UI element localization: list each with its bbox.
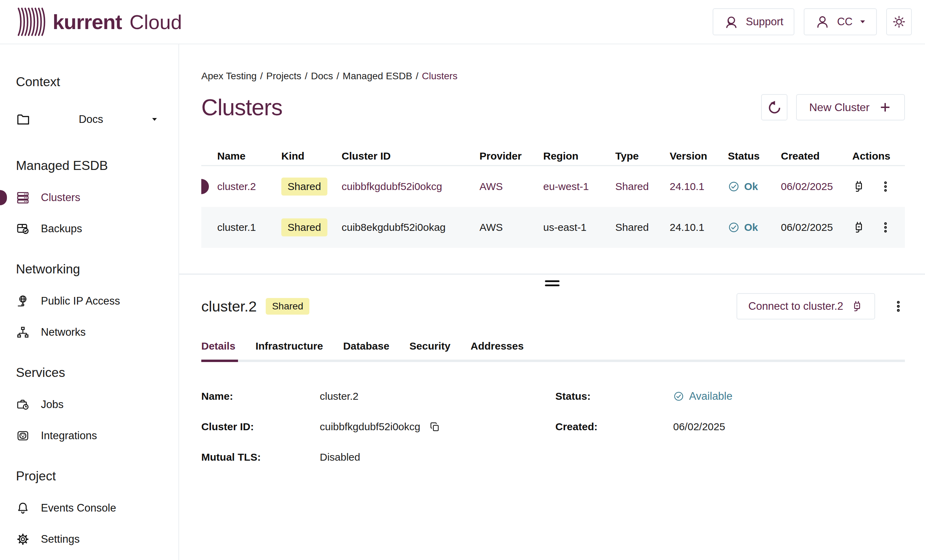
column-header: Provider [479,150,543,162]
breadcrumb-item[interactable]: Projects [267,71,301,81]
cell-name[interactable]: cluster.2 [217,181,256,192]
breadcrumb-separator: / [416,71,419,81]
status-label: Status: [555,390,673,402]
headset-icon [724,14,739,29]
sidebar-item-integrations[interactable]: Integrations [16,420,178,451]
connect-to-cluster-button[interactable]: Connect to cluster.2 [737,293,875,320]
connect-label: Connect to cluster.2 [748,300,843,312]
breadcrumb: Apex Testing/Projects/Docs/Managed ESDB/… [201,44,905,83]
sun-icon [892,15,906,29]
active-indicator [0,190,7,205]
tab-infrastructure[interactable]: Infrastructure [255,340,323,352]
briefcase-clock-icon [16,398,30,411]
tab-security[interactable]: Security [410,340,450,352]
table-row[interactable]: cluster.2 Shared cuibbfkgdubf52i0okcg AW… [201,166,905,207]
context-selector[interactable]: Docs [16,107,178,132]
main-content: Apex Testing/Projects/Docs/Managed ESDB/… [179,44,925,560]
connect-plug-icon[interactable] [852,180,865,193]
connect-plug-icon[interactable] [852,221,865,234]
clusters-table: Name Kind Cluster ID Provider Region Typ… [201,147,905,248]
refresh-icon [767,100,782,114]
sidebar-item-label: Clusters [41,191,80,204]
column-header: Type [615,150,670,162]
refresh-button[interactable] [761,94,788,120]
cell-version: 24.10.1 [670,222,728,233]
panel-resize-handle[interactable] [545,280,559,286]
column-header: Kind [281,150,342,162]
connect-plug-icon [851,300,863,312]
sidebar-item-clusters[interactable]: Clusters [16,182,178,213]
brand-logo: kurrent Cloud [16,7,182,37]
cell-type: Shared [615,181,670,192]
check-circle-icon [728,222,740,233]
sidebar-item-events-console[interactable]: Events Console [16,492,178,524]
user-initials: CC [837,16,853,28]
sidebar-heading-networking: Networking [16,262,178,276]
cell-name[interactable]: cluster.1 [201,222,281,233]
created-value: 06/02/2025 [673,421,905,432]
cell-created: 06/02/2025 [781,181,852,192]
cell-actions [852,180,905,193]
tab-details[interactable]: Details [201,340,235,352]
bell-icon [16,501,30,515]
status-text: Available [689,390,732,402]
sidebar-item-label: Integrations [41,429,97,442]
kebab-menu-icon[interactable] [879,221,892,234]
column-header: Status [728,150,781,162]
kebab-menu-icon [892,300,905,313]
cell-region: us-east-1 [543,222,615,233]
column-header: Created [781,150,852,162]
kebab-menu-icon[interactable] [879,180,892,193]
column-header: Version [670,150,728,162]
breadcrumb-item[interactable]: Apex Testing [201,71,257,81]
sidebar-item-settings[interactable]: Settings [16,524,178,555]
cell-cluster-id: cuibbfkgdubf52i0okcg [342,181,479,192]
sidebar-heading-project: Project [16,469,178,483]
kurrent-waves-icon [16,7,47,37]
sidebar-heading-services: Services [16,365,178,380]
table-row[interactable]: cluster.1 Shared cuib8ekgdubf52i0okag AW… [201,207,905,248]
column-header: Region [543,150,615,162]
cell-type: Shared [615,222,670,233]
column-header: Name [201,150,281,162]
sidebar: Context Docs Managed ESDB [0,44,179,560]
brand-name: kurrent [53,10,122,34]
user-menu-button[interactable]: CC [804,8,877,35]
brand-suffix: Cloud [130,11,182,34]
panel-kebab-menu-button[interactable] [892,300,905,313]
tab-addresses[interactable]: Addresses [470,340,523,352]
theme-toggle-button[interactable] [886,8,912,35]
cluster-id-value: cuibbfkgdubf52i0okcg [320,421,555,432]
network-tree-icon [16,325,30,339]
cell-status: Ok [728,222,781,233]
backup-icon [16,222,30,236]
status-text: Ok [744,181,758,192]
sidebar-item-networks[interactable]: Networks [16,317,178,348]
tab-database[interactable]: Database [343,340,389,352]
sidebar-item-public-ip-access[interactable]: Public IP Access [16,285,178,317]
detail-tabs: Details Infrastructure Database Security… [201,340,905,352]
breadcrumb-item[interactable]: Managed ESDB [343,71,412,81]
context-value: Docs [30,113,151,126]
sidebar-item-backups[interactable]: Backups [16,213,178,244]
breadcrumb-separator: / [336,71,339,81]
cell-provider: AWS [479,222,543,233]
breadcrumb-item[interactable]: Docs [311,71,333,81]
breadcrumb-separator: / [260,71,263,81]
plus-icon [878,101,892,114]
panel-divider [179,273,925,275]
sidebar-item-jobs[interactable]: Jobs [16,389,178,420]
new-cluster-button[interactable]: New Cluster [796,94,905,120]
copy-icon[interactable] [429,421,440,432]
support-button[interactable]: Support [713,8,795,35]
outlet-icon [16,429,30,443]
sidebar-heading-context: Context [16,75,178,89]
table-header-row: Name Kind Cluster ID Provider Region Typ… [201,147,905,166]
globe-network-icon [16,294,30,308]
folder-icon [16,112,30,127]
status-text: Ok [744,222,758,233]
sidebar-item-label: Events Console [41,502,116,514]
cell-created: 06/02/2025 [781,222,852,233]
kind-badge: Shared [281,177,327,195]
cell-provider: AWS [479,181,543,192]
